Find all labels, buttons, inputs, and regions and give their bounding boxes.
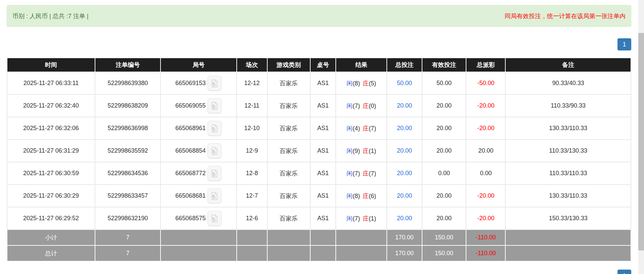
session-number: 12-7 bbox=[237, 185, 267, 207]
banker-label: 庄 bbox=[363, 193, 369, 199]
session-number: 12-8 bbox=[237, 162, 267, 185]
col-header-total-bet: 总投注 bbox=[387, 58, 422, 72]
session-number: 12-12 bbox=[237, 72, 267, 94]
video-replay-button[interactable] bbox=[208, 166, 222, 181]
film-icon bbox=[211, 102, 218, 110]
session-number: 12-6 bbox=[237, 207, 267, 230]
table-row: 2025-11-27 06:30:29 522998633457 6650686… bbox=[7, 185, 631, 207]
payout-amount: 0.00 bbox=[466, 162, 505, 185]
game-result: 闲(8)庄(5) bbox=[336, 72, 387, 94]
payout-amount: 20.00 bbox=[466, 140, 505, 162]
remark: 110.33/90.33 bbox=[505, 94, 631, 117]
vertical-scrollbar-thumb[interactable] bbox=[638, 33, 644, 250]
valid-bet-amount: 50.00 bbox=[422, 72, 466, 94]
video-replay-button[interactable] bbox=[208, 121, 222, 136]
total-row: 总计 7 170.00 150.00 -110.00 bbox=[7, 245, 631, 261]
bet-time: 2025-11-27 06:33:11 bbox=[7, 72, 95, 94]
total-valid-bet: 150.00 bbox=[422, 245, 466, 261]
table-row: 2025-11-27 06:32:40 522998638209 6650690… bbox=[7, 94, 631, 117]
banker-score: (7) bbox=[369, 170, 376, 177]
round-number: 665068681 bbox=[175, 192, 205, 199]
film-icon bbox=[211, 192, 218, 200]
valid-bet-amount: 20.00 bbox=[422, 94, 466, 117]
game-type: 百家乐 bbox=[267, 72, 310, 94]
subtotal-count: 7 bbox=[95, 230, 160, 245]
remark: 150.33/130.33 bbox=[505, 207, 631, 230]
col-header-payout: 总派彩 bbox=[466, 58, 505, 72]
remark: 90.33/40.33 bbox=[505, 72, 631, 94]
total-bet-link[interactable]: 50.00 bbox=[397, 80, 412, 86]
table-number: AS1 bbox=[310, 162, 336, 185]
total-bet-link[interactable]: 20.00 bbox=[397, 192, 412, 199]
remark: 110.33/110.33 bbox=[505, 162, 631, 185]
video-replay-button[interactable] bbox=[208, 211, 222, 226]
video-replay-button[interactable] bbox=[208, 143, 222, 159]
banker-label: 庄 bbox=[363, 103, 369, 109]
film-icon bbox=[211, 169, 218, 178]
game-type: 百家乐 bbox=[267, 162, 310, 185]
player-label: 闲 bbox=[347, 80, 353, 87]
table-number: AS1 bbox=[310, 185, 336, 207]
session-number: 12-9 bbox=[237, 140, 267, 162]
total-count: 7 bbox=[95, 245, 160, 261]
valid-bet-amount: 20.00 bbox=[422, 185, 466, 207]
player-score: (7) bbox=[353, 103, 360, 109]
game-type: 百家乐 bbox=[267, 117, 310, 140]
payout-amount: -20.00 bbox=[466, 207, 505, 230]
banker-label: 庄 bbox=[363, 215, 369, 222]
remark: 130.33/110.33 bbox=[505, 117, 631, 140]
game-result: 闲(8)庄(6) bbox=[336, 185, 387, 207]
game-type: 百家乐 bbox=[267, 140, 310, 162]
payout-amount: -20.00 bbox=[466, 94, 505, 117]
valid-bet-amount: 20.00 bbox=[422, 140, 466, 162]
col-header-remark: 备注 bbox=[505, 58, 631, 72]
table-number: AS1 bbox=[310, 140, 336, 162]
total-bet-link[interactable]: 20.00 bbox=[397, 147, 412, 154]
total-bet-link[interactable]: 20.00 bbox=[397, 125, 412, 131]
bet-number: 522998634536 bbox=[95, 162, 160, 185]
film-icon bbox=[211, 214, 218, 223]
film-icon bbox=[211, 124, 218, 132]
table-header-row: 时间 注单编号 局号 场次 游戏类别 桌号 结果 总投注 有效投注 总派彩 备注 bbox=[7, 58, 631, 72]
pagination-top: 1 bbox=[7, 38, 631, 50]
subtotal-row: 小计 7 170.00 150.00 -110.00 bbox=[7, 230, 631, 245]
col-header-time: 时间 bbox=[7, 58, 95, 72]
col-header-table-no: 桌号 bbox=[310, 58, 336, 72]
banker-score: (0) bbox=[369, 103, 376, 109]
player-label: 闲 bbox=[347, 170, 353, 177]
bet-number: 522998633457 bbox=[95, 185, 160, 207]
session-number: 12-11 bbox=[237, 94, 267, 117]
bet-time: 2025-11-27 06:32:40 bbox=[7, 94, 95, 117]
banker-score: (5) bbox=[369, 80, 376, 87]
game-result: 闲(9)庄(1) bbox=[336, 140, 387, 162]
bet-number: 522998639380 bbox=[95, 72, 160, 94]
page-1-button-bottom[interactable]: 1 bbox=[617, 270, 631, 274]
valid-bet-amount: 0.00 bbox=[422, 162, 466, 185]
col-header-bet-no: 注单编号 bbox=[95, 58, 160, 72]
page-1-button[interactable]: 1 bbox=[617, 38, 631, 50]
video-replay-button[interactable] bbox=[208, 98, 222, 114]
total-bet-link[interactable]: 20.00 bbox=[397, 170, 412, 177]
subtotal-valid-bet: 150.00 bbox=[422, 230, 466, 245]
currency-summary-text: 币别 : 人民币 | 总共 :7 注单 | bbox=[12, 12, 88, 20]
video-replay-button[interactable] bbox=[208, 188, 222, 204]
table-row: 2025-11-27 06:33:11 522998639380 6650691… bbox=[7, 72, 631, 94]
bet-time: 2025-11-27 06:32:06 bbox=[7, 117, 95, 140]
total-bet-link[interactable]: 20.00 bbox=[397, 102, 412, 109]
subtotal-label: 小计 bbox=[7, 230, 95, 245]
banker-score: (7) bbox=[369, 125, 376, 132]
subtotal-total-bet: 170.00 bbox=[387, 230, 422, 245]
table-row: 2025-11-27 06:31:29 522998635592 6650688… bbox=[7, 140, 631, 162]
bet-number: 522998632190 bbox=[95, 207, 160, 230]
total-payout: -110.00 bbox=[466, 245, 505, 261]
col-header-game-type: 游戏类别 bbox=[267, 58, 310, 72]
game-type: 百家乐 bbox=[267, 185, 310, 207]
game-result: 闲(4)庄(7) bbox=[336, 117, 387, 140]
payout-amount: -20.00 bbox=[466, 117, 505, 140]
subtotal-payout: -110.00 bbox=[466, 230, 505, 245]
player-score: (7) bbox=[353, 215, 360, 222]
banker-score: (1) bbox=[369, 215, 376, 222]
total-bet-link[interactable]: 20.00 bbox=[397, 215, 412, 222]
video-replay-button[interactable] bbox=[208, 76, 222, 91]
game-type: 百家乐 bbox=[267, 207, 310, 230]
